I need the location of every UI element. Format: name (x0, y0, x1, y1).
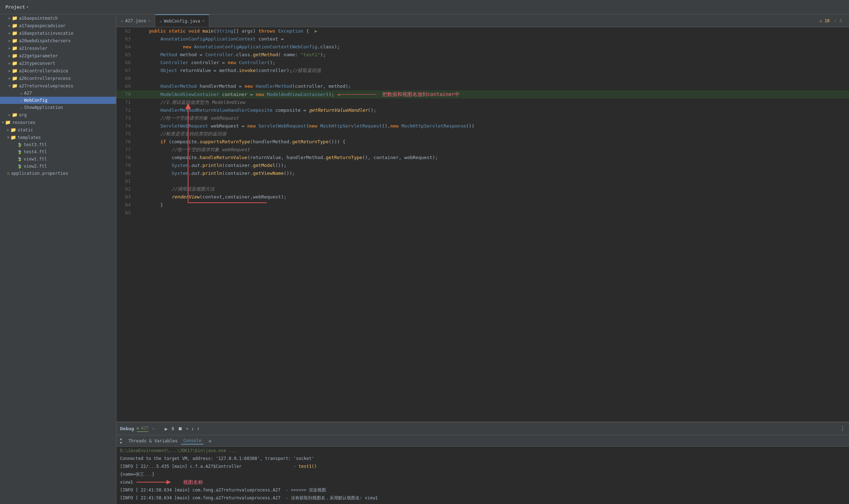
line-number: 66 (116, 59, 136, 67)
tree-item-label: a23typeconvert (19, 61, 55, 66)
tree-item-templates[interactable]: ▼ 📁 templates (0, 134, 116, 141)
ftl-icon: 🍃 (17, 164, 22, 169)
tree-item[interactable]: ▶ 📁 a20webdispatcherserv (0, 37, 116, 44)
pause-icon[interactable]: ⏸ (171, 426, 175, 431)
folder-icon: 📁 (12, 30, 18, 36)
line-number: 85 (116, 209, 136, 217)
line-number: 64 (116, 43, 136, 51)
stop-icon[interactable]: ⏹ (178, 426, 183, 431)
tree-item[interactable]: 🍃 test4.ftl (0, 148, 116, 155)
code-line: 85 (116, 209, 849, 217)
tree-item[interactable]: ▶ 📁 a18aopstaticinvocatio (0, 29, 116, 37)
folder-icon: 📁 (12, 83, 18, 88)
tree-item[interactable]: ▶ 📁 static (0, 126, 116, 134)
arrow-down-icon[interactable]: ▼ (120, 441, 122, 445)
line-number: 73 (116, 114, 136, 122)
console-output[interactable]: D:\JavaEnvironment\...\JDK17\bin\java.ex… (116, 447, 849, 504)
folder-icon: 📁 (10, 135, 16, 140)
console-value-view1: view1 (120, 479, 133, 486)
tree-item[interactable]: ▶ 📁 a24controlleradvice (0, 67, 116, 75)
tree-item-label: WebConfig (24, 98, 47, 103)
line-content: HandlerMethod handlerMethod = new Handle… (136, 82, 849, 90)
line-number: 76 (116, 138, 136, 146)
tree-item[interactable]: ▶ 📁 org (0, 111, 116, 119)
folder-icon: 📁 (12, 68, 18, 73)
line-content: public static void main(String[] args) t… (136, 27, 849, 35)
tab-close-icon[interactable]: ✕ (202, 19, 205, 23)
code-line: 73 //给一个空的请求对象 webRequest (116, 114, 849, 122)
java-file-icon: ☕ (20, 98, 23, 103)
folder-icon: 📁 (5, 120, 11, 125)
line-content: System.out.println(container.getModel())… (136, 162, 849, 169)
tree-item[interactable]: ▼ 📁 resources (0, 119, 116, 126)
close-session-icon[interactable]: ✕ (152, 426, 155, 431)
debug-more-icon[interactable]: ⋮ (840, 425, 845, 432)
tree-item[interactable]: ▶ 📁 a26controllerprocess (0, 75, 116, 82)
chevron-right-icon: ▶ (9, 61, 11, 65)
line-content: //检查是否支持此类型的返回值 (136, 130, 849, 138)
console-line: [INFO ] 22/...5.435 [main] c.f.a.A27$Con… (116, 462, 849, 470)
console-line: {name=张三...} (116, 470, 849, 478)
tree-item[interactable]: ▼ 📁 a27returnvalueprocess (0, 82, 116, 90)
folder-icon: 📁 (12, 112, 18, 117)
line-number: 69 (116, 82, 136, 90)
tab-close-icon[interactable]: ✕ (148, 18, 150, 23)
tab-webconfig[interactable]: ☕ WebConfig.java ✕ (155, 14, 209, 27)
tree-item[interactable]: ▶ 📁 a22getparameter (0, 52, 116, 59)
project-dropdown-icon[interactable]: ▾ (27, 5, 29, 9)
tabs-bar: ☕ A27.java ✕ ☕ WebConfig.java ✕ ⚠ 16 ✓ 2 (116, 14, 849, 27)
folder-icon: 📁 (12, 15, 18, 21)
tree-item[interactable]: ▶ 📁 a16aopointmatch (0, 14, 116, 22)
code-editor[interactable]: 62 public static void main(String[] args… (116, 27, 849, 422)
line-number: 78 (116, 154, 136, 162)
tree-item[interactable]: ▶ 📁 a17aopaspecadvisor (0, 22, 116, 29)
tree-item-label: a27returnvalueprocess (19, 83, 73, 88)
arrow-up-icon[interactable]: ▲ (120, 437, 122, 441)
properties-icon: ⚙ (7, 171, 10, 176)
folder-icon: 📁 (12, 23, 18, 28)
tab-threads-variables[interactable]: Threads & Variables (126, 438, 179, 444)
code-line: 66 Controller controller = new Controlle… (116, 59, 849, 67)
resume-icon[interactable]: ▶ (165, 426, 168, 432)
folder-icon: 📁 (12, 53, 18, 58)
tree-item-label: static (18, 128, 33, 133)
code-line: 74 ServletWebRequest webRequest = new Se… (116, 122, 849, 130)
code-line-70: 70 ModelAndViewContainer container = new… (116, 90, 849, 99)
tree-item[interactable]: 🍃 test3.ftl (0, 141, 116, 148)
line-content: //给一个空的请求对象 webRequest (136, 114, 849, 122)
code-line: 79 System.out.println(container.getModel… (116, 162, 849, 169)
tree-item[interactable]: ☕ A27 (0, 90, 116, 97)
tree-item[interactable]: 🍃 view2.ftl (0, 163, 116, 170)
line-content: Controller controller = new Controller()… (136, 59, 849, 67)
console-line: Connected to the target VM, address: '12… (116, 455, 849, 462)
line-content: } (136, 201, 849, 209)
console-line: [INFO ] 22:41:58.634 [main] com.feng.a27… (116, 486, 849, 494)
tree-item-webconfig[interactable]: ☕ WebConfig (0, 97, 116, 104)
chevron-right-icon: ▶ (9, 46, 11, 50)
code-line: 81 (116, 177, 849, 185)
project-title: Project (5, 4, 25, 10)
step-into-icon[interactable]: ↓ (191, 426, 194, 431)
tree-item[interactable]: ☕ ShowApplication (0, 104, 116, 111)
debug-session-icon: ▶ (137, 426, 139, 431)
tree-item[interactable]: ⚙ application.properties (0, 170, 116, 177)
line-number: 77 (116, 146, 136, 154)
step-over-icon[interactable]: ↷ (186, 426, 188, 431)
line-number: 65 (116, 51, 136, 59)
chevron-down-icon: ▼ (7, 135, 9, 139)
ftl-icon: 🍃 (17, 150, 22, 154)
chevron-right-icon: ▶ (9, 113, 11, 117)
step-out-icon[interactable]: ↑ (197, 426, 200, 431)
debug-session-tab[interactable]: ▶ A27 (137, 426, 149, 432)
console-toolbar: ↺ (208, 438, 211, 443)
refresh-icon[interactable]: ↺ (208, 438, 211, 443)
tab-console[interactable]: Console (181, 437, 204, 445)
line-content (136, 177, 849, 185)
tree-item-label: a26controllerprocess (19, 76, 71, 81)
tree-item[interactable]: ▶ 📁 a21resovler (0, 44, 116, 52)
tree-item[interactable]: 🍃 view1.ftl (0, 155, 116, 163)
tab-a27[interactable]: ☕ A27.java ✕ (116, 14, 155, 27)
tree-item[interactable]: ▶ 📁 a23typeconvert (0, 59, 116, 67)
tree-item-label: a21resovler (19, 46, 47, 51)
chevron-right-icon: ▶ (9, 39, 11, 43)
